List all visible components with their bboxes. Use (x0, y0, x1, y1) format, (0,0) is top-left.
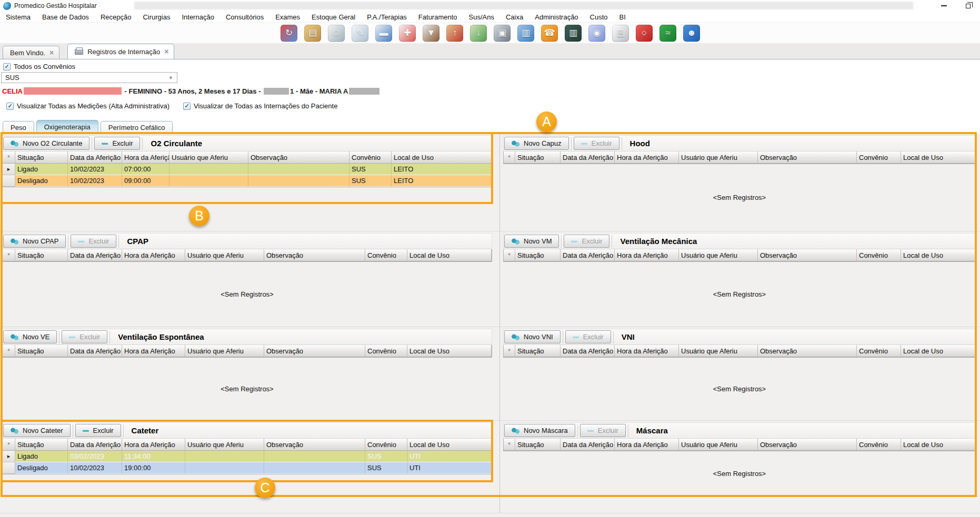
ambulance-icon[interactable]: ✚ (399, 25, 416, 42)
menu-recep-o[interactable]: Recepção (95, 13, 137, 21)
menu-consult-rios[interactable]: Consultórios (220, 13, 269, 21)
new-cpap-button[interactable]: Novo CPAP (3, 235, 66, 248)
new-mascara-button[interactable]: Novo Máscara (504, 424, 575, 437)
column-header-2[interactable]: Data da Aferição (68, 345, 122, 357)
column-header-2[interactable]: Data da Aferição (68, 439, 122, 451)
column-header-5[interactable]: Observação (758, 151, 857, 164)
grid-cell[interactable]: SUS (349, 164, 392, 175)
column-header-6[interactable]: Convênio (349, 151, 392, 164)
column-header-3[interactable]: Hora da Aferição (122, 439, 185, 451)
restore-button[interactable] (956, 0, 980, 12)
grid-row[interactable]: ▸Ligado03/02/202311:34:00SUSUTI (3, 451, 492, 462)
column-header-4[interactable]: Usuário que Aferiu (185, 345, 264, 357)
grid-cell[interactable]: 09:00:00 (122, 175, 169, 187)
row-selector-header[interactable]: * (3, 151, 15, 164)
tab-registros-internacao[interactable]: Registros de Internação × (67, 44, 174, 59)
grid-cell[interactable]: LEITO (392, 175, 492, 187)
column-header-4[interactable]: Usuário que Aferiu (679, 249, 758, 261)
column-header-2[interactable]: Data da Aferição (68, 151, 122, 164)
grid-cell[interactable]: SUS (365, 451, 407, 462)
column-header-5[interactable]: Observação (264, 439, 365, 451)
menu-custo[interactable]: Custo (584, 13, 614, 21)
prescription-icon[interactable]: ✎ (352, 25, 368, 42)
column-header-1[interactable]: Situação (515, 345, 561, 357)
column-header-1[interactable]: Situação (515, 151, 561, 164)
grid-cell[interactable] (169, 164, 248, 175)
row-selector-header[interactable]: * (3, 345, 15, 357)
new-ventilacao-espontanea-button[interactable]: Novo VE (3, 330, 57, 343)
row-selector-header[interactable]: * (504, 439, 515, 451)
column-header-6[interactable]: Convênio (365, 249, 407, 261)
pharmacy-funnel-icon[interactable]: ▼ (423, 25, 439, 42)
grid-cell[interactable]: Desligado (15, 175, 68, 187)
grid-cell[interactable]: SUS (365, 462, 407, 474)
convenio-dropdown[interactable]: SUS ▼ (1, 72, 177, 83)
menu-cirurgias[interactable]: Cirurgias (137, 13, 176, 21)
grid-cell[interactable]: 10/02/2023 (68, 164, 122, 175)
column-header-4[interactable]: Usuário que Aferiu (185, 439, 264, 451)
menu-faturamento[interactable]: Faturamento (413, 13, 463, 21)
close-icon[interactable]: × (164, 48, 168, 55)
column-header-1[interactable]: Situação (15, 439, 68, 451)
column-header-7[interactable]: Local de Uso (407, 345, 492, 357)
column-header-2[interactable]: Data da Aferição (68, 249, 122, 261)
column-header-3[interactable]: Hora da Aferição (615, 345, 679, 357)
phonebook-icon[interactable]: ☎ (541, 25, 558, 42)
delete-cateter-button[interactable]: Excluir (75, 424, 121, 437)
visualizar-internacoes-checkbox[interactable]: ✓ Visualizar de Todas as Internações do … (183, 102, 337, 110)
row-selector-header[interactable]: * (3, 439, 15, 451)
grid-cell[interactable]: Ligado (15, 451, 68, 462)
column-header-5[interactable]: Observação (264, 249, 365, 261)
column-header-3[interactable]: Hora da Aferição (122, 345, 185, 357)
visualizar-medicoes-checkbox[interactable]: ✓ Visualizar Todas as Medições (Alta Adm… (6, 102, 169, 110)
grid-cell[interactable]: LEITO (392, 164, 492, 175)
grid-cell[interactable] (264, 462, 365, 474)
grid-cell[interactable] (185, 462, 264, 474)
column-header-6[interactable]: Convênio (857, 249, 901, 261)
minimize-button[interactable] (932, 0, 956, 12)
current-row-icon[interactable]: ▸ (3, 164, 15, 175)
invoice-icon[interactable]: ▤ (612, 25, 629, 42)
column-header-2[interactable]: Data da Aferição (561, 439, 615, 451)
grid-cell[interactable]: UTI (407, 451, 492, 462)
new-ventilacao-mecanica-button[interactable]: Novo VM (504, 235, 559, 248)
grid-cell[interactable] (248, 175, 349, 187)
row-selector-header[interactable]: * (504, 345, 515, 357)
receivables-icon[interactable]: ↓ (470, 25, 487, 42)
column-header-3[interactable]: Hora da Aferição (122, 151, 169, 164)
patients-folder-icon[interactable]: ▤ (304, 25, 321, 42)
delete-o2-circulante-button[interactable]: Excluir (94, 137, 140, 150)
column-header-7[interactable]: Local de Uso (901, 151, 975, 164)
column-header-3[interactable]: Hora da Aferição (615, 249, 679, 261)
power-icon[interactable]: ○ (636, 25, 653, 42)
column-header-5[interactable]: Observação (264, 345, 365, 357)
grid-cell[interactable]: 10/02/2023 (68, 462, 122, 474)
column-header-4[interactable]: Usuário que Aferiu (679, 345, 758, 357)
column-header-1[interactable]: Situação (15, 249, 68, 261)
subtab-perimetro-cefalico[interactable]: Perímetro Cefálico (101, 121, 173, 134)
row-selector-header[interactable]: * (3, 249, 15, 261)
menu-caixa[interactable]: Caixa (500, 13, 529, 21)
column-header-6[interactable]: Convênio (365, 345, 407, 357)
grid-cell[interactable] (169, 175, 248, 187)
menu-estoque-geral[interactable]: Estoque Geral (306, 13, 361, 21)
column-header-5[interactable]: Observação (758, 345, 857, 357)
column-header-4[interactable]: Usuário que Aferiu (679, 439, 758, 451)
vitals-book-icon[interactable]: ≈ (659, 25, 676, 42)
grid-cell[interactable]: SUS (349, 175, 392, 187)
row-selector[interactable] (3, 175, 15, 187)
grid-row[interactable]: Desligado10/02/202319:00:00SUSUTI (3, 462, 492, 474)
grid-row[interactable]: ▸Ligado10/02/202307:00:00SUSLEITO (3, 164, 492, 175)
row-selector-header[interactable]: * (504, 249, 515, 261)
column-header-7[interactable]: Local de Uso (407, 439, 492, 451)
column-header-2[interactable]: Data da Aferição (561, 249, 615, 261)
subtab-oxigenoterapia[interactable]: Oxigenoterapia (36, 120, 98, 134)
tab-bem-vindo[interactable]: Bem Vindo. × (3, 46, 59, 59)
doctor-icon[interactable]: ☺ (328, 25, 345, 42)
new-cateter-button[interactable]: Novo Cateter (3, 424, 71, 437)
current-row-icon[interactable]: ▸ (3, 451, 15, 462)
grid-cell[interactable]: 19:00:00 (122, 462, 185, 474)
menu-p-a-terapias[interactable]: P.A./Terapias (361, 13, 413, 21)
new-hood-button[interactable]: Novo Capuz (504, 137, 569, 150)
close-icon[interactable]: × (49, 49, 54, 56)
